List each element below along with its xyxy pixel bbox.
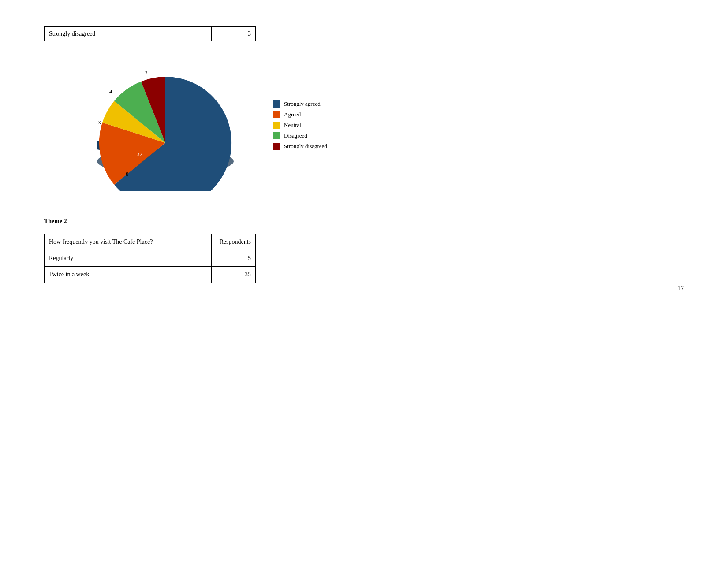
chart-section: 32 8 3 4 3 Strongly agreed Agreed bbox=[79, 59, 684, 191]
legend-item-neutral: Neutral bbox=[273, 122, 327, 129]
legend-item-agreed: Agreed bbox=[273, 111, 327, 118]
top-table: Strongly disagreed 3 bbox=[44, 26, 256, 41]
legend-label-strongly-disagreed: Strongly disagreed bbox=[284, 143, 327, 150]
legend-label-disagreed: Disagreed bbox=[284, 132, 307, 139]
legend: Strongly agreed Agreed Neutral Disagreed… bbox=[273, 100, 327, 150]
page-container: Strongly disagreed 3 bbox=[0, 0, 728, 309]
table-row-regularly: Regularly 5 bbox=[45, 250, 256, 267]
legend-item-disagreed: Disagreed bbox=[273, 132, 327, 139]
table-header-col1: How frequently you visit The Cafe Place? bbox=[45, 234, 212, 250]
table-cell-twice-label: Twice in a week bbox=[45, 267, 212, 283]
legend-color-disagreed bbox=[273, 132, 280, 139]
table-cell-regularly-label: Regularly bbox=[45, 250, 212, 267]
legend-color-agreed bbox=[273, 111, 280, 118]
label-3-neutral: 3 bbox=[98, 119, 101, 126]
pie-chart-svg: 32 8 3 4 3 bbox=[79, 59, 256, 191]
table-row-twice: Twice in a week 35 bbox=[45, 267, 256, 283]
theme-section: Theme 2 How frequently you visit The Caf… bbox=[44, 218, 684, 283]
top-table-label: Strongly disagreed bbox=[45, 27, 212, 41]
theme-title: Theme 2 bbox=[44, 218, 684, 225]
top-table-value: 3 bbox=[212, 27, 256, 41]
label-3-strongly-disagreed: 3 bbox=[145, 69, 148, 76]
label-32: 32 bbox=[137, 151, 142, 157]
table-header-row: How frequently you visit The Cafe Place?… bbox=[45, 234, 256, 250]
table-header-col2: Respondents bbox=[212, 234, 256, 250]
page-number: 17 bbox=[678, 285, 684, 292]
label-4: 4 bbox=[109, 88, 112, 95]
table-row: Strongly disagreed 3 bbox=[45, 27, 256, 41]
legend-label-neutral: Neutral bbox=[284, 122, 301, 129]
label-8: 8 bbox=[126, 171, 129, 177]
pie-chart-wrapper: 32 8 3 4 3 bbox=[79, 59, 256, 191]
legend-label-agreed: Agreed bbox=[284, 111, 301, 118]
legend-item-strongly-agreed: Strongly agreed bbox=[273, 100, 327, 108]
legend-color-strongly-disagreed bbox=[273, 143, 280, 150]
table-cell-twice-value: 35 bbox=[212, 267, 256, 283]
theme-table: How frequently you visit The Cafe Place?… bbox=[44, 234, 256, 283]
table-cell-regularly-value: 5 bbox=[212, 250, 256, 267]
legend-label-strongly-agreed: Strongly agreed bbox=[284, 100, 321, 108]
legend-item-strongly-disagreed: Strongly disagreed bbox=[273, 143, 327, 150]
legend-color-strongly-agreed bbox=[273, 100, 280, 108]
legend-color-neutral bbox=[273, 122, 280, 129]
